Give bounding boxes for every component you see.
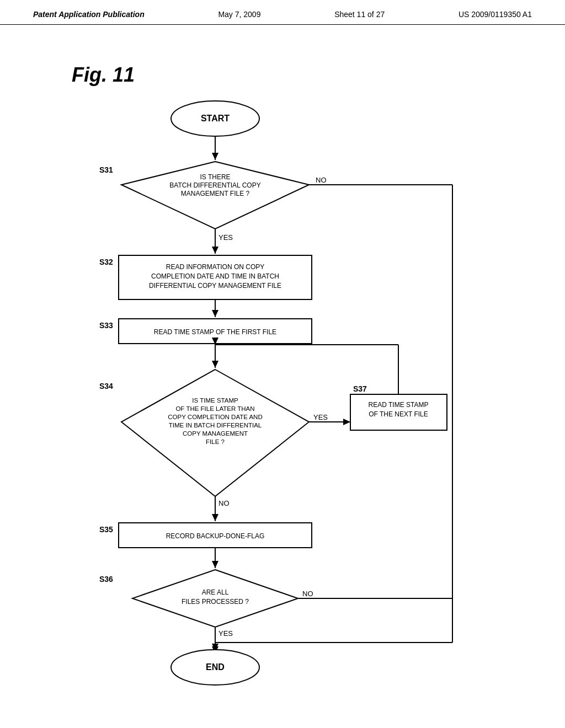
svg-text:S32: S32 bbox=[99, 258, 113, 266]
publication-label: Patent Application Publication bbox=[33, 10, 145, 19]
svg-text:YES: YES bbox=[313, 413, 328, 421]
patent-number: US 2009/0119350 A1 bbox=[459, 10, 532, 19]
svg-text:ARE ALL: ARE ALL bbox=[202, 588, 229, 596]
svg-text:MANAGEMENT FILE ?: MANAGEMENT FILE ? bbox=[181, 190, 250, 197]
svg-text:FILE ?: FILE ? bbox=[206, 438, 225, 445]
svg-text:S33: S33 bbox=[99, 321, 113, 330]
svg-text:TIME IN BATCH DIFFERENTIAL: TIME IN BATCH DIFFERENTIAL bbox=[169, 422, 262, 429]
svg-text:COPY COMPLETION DATE AND: COPY COMPLETION DATE AND bbox=[168, 414, 262, 420]
svg-text:READ TIME STAMP OF THE FIRST F: READ TIME STAMP OF THE FIRST FILE bbox=[154, 328, 276, 336]
svg-text:END: END bbox=[206, 662, 225, 672]
svg-text:IS TIME STAMP: IS TIME STAMP bbox=[192, 397, 238, 404]
svg-text:READ TIME STAMP: READ TIME STAMP bbox=[369, 401, 429, 409]
svg-text:RECORD BACKUP-DONE-FLAG: RECORD BACKUP-DONE-FLAG bbox=[166, 532, 265, 540]
svg-marker-47 bbox=[212, 514, 218, 521]
svg-text:NO: NO bbox=[316, 176, 327, 184]
flowchart-svg: START S31 IS THERE BATCH DIFFERENTIAL CO… bbox=[0, 25, 565, 720]
svg-marker-14 bbox=[212, 247, 218, 254]
svg-text:NO: NO bbox=[218, 499, 230, 507]
date-label: May 7, 2009 bbox=[218, 10, 260, 19]
svg-text:S36: S36 bbox=[99, 575, 113, 584]
svg-marker-52 bbox=[212, 561, 218, 568]
page-header: Patent Application Publication May 7, 20… bbox=[0, 0, 565, 25]
sheet-label: Sheet 11 of 27 bbox=[334, 10, 385, 19]
svg-marker-21 bbox=[212, 310, 218, 317]
svg-text:S34: S34 bbox=[99, 382, 113, 390]
svg-marker-3 bbox=[212, 153, 218, 160]
svg-text:FILES PROCESSED ?: FILES PROCESSED ? bbox=[182, 598, 249, 606]
svg-text:BATCH DIFFERENTIAL COPY: BATCH DIFFERENTIAL COPY bbox=[169, 181, 260, 189]
svg-text:S35: S35 bbox=[99, 525, 113, 534]
svg-text:DIFFERENTIAL COPY MANAGEMENT F: DIFFERENTIAL COPY MANAGEMENT FILE bbox=[149, 282, 281, 290]
svg-text:OF THE NEXT FILE: OF THE NEXT FILE bbox=[369, 410, 428, 418]
page: Patent Application Publication May 7, 20… bbox=[0, 0, 565, 728]
svg-text:OF THE FILE LATER THAN: OF THE FILE LATER THAN bbox=[175, 405, 254, 412]
svg-text:YES: YES bbox=[218, 629, 233, 638]
diagram-area: Fig. 11 START S31 IS THERE BATCH DIFFERE… bbox=[0, 25, 565, 720]
svg-text:S37: S37 bbox=[353, 384, 367, 393]
svg-text:IS THERE: IS THERE bbox=[200, 173, 230, 181]
svg-text:COMPLETION DATE AND TIME IN BA: COMPLETION DATE AND TIME IN BATCH bbox=[151, 272, 279, 280]
svg-text:NO: NO bbox=[302, 590, 313, 598]
svg-text:S31: S31 bbox=[99, 165, 113, 174]
svg-marker-37 bbox=[343, 419, 350, 425]
svg-text:COPY MANAGEMENT: COPY MANAGEMENT bbox=[183, 430, 248, 437]
svg-text:START: START bbox=[201, 114, 230, 123]
svg-text:READ INFORMATION ON COPY: READ INFORMATION ON COPY bbox=[166, 263, 264, 271]
svg-text:YES: YES bbox=[218, 233, 233, 242]
svg-marker-26 bbox=[212, 361, 218, 368]
